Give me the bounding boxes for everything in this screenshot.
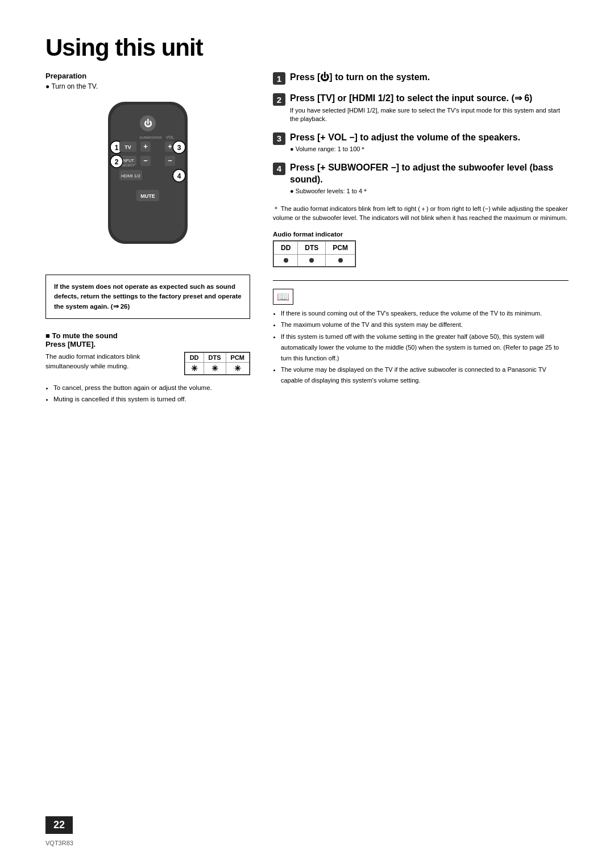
step-1-num: 1 bbox=[273, 72, 285, 85]
mute-title: ■ To mute the soundPress [MUTE]. bbox=[45, 331, 250, 348]
audio-dd-label: DD bbox=[274, 241, 298, 254]
note-item-3: If this system is turned off with the vo… bbox=[281, 331, 569, 363]
svg-text:−: − bbox=[143, 156, 148, 165]
page-code: VQT3R83 bbox=[45, 840, 73, 846]
remote-illustration: ⏻ 1 TV + SUBWOOFER + VOL bbox=[45, 96, 250, 261]
mute-dts-label: DTS bbox=[204, 352, 226, 362]
step-2-title: Press [TV] or [HDMI 1/2] to select the i… bbox=[290, 93, 569, 105]
mute-desc: The audio format indicators blink simult… bbox=[45, 352, 175, 372]
svg-text:SUBWOOFER: SUBWOOFER bbox=[139, 136, 162, 139]
svg-text:2: 2 bbox=[115, 158, 119, 166]
audio-dts-dot bbox=[298, 254, 326, 266]
step-3-num: 3 bbox=[273, 132, 285, 145]
mute-bullet-1: To cancel, press the button again or adj… bbox=[53, 383, 250, 393]
audio-indicator-label: Audio format indicator bbox=[273, 231, 569, 238]
step-4-content: Press [+ SUBWOOFER −] to adjust the subw… bbox=[290, 162, 569, 196]
svg-text:MUTE: MUTE bbox=[140, 193, 155, 199]
svg-text:3: 3 bbox=[177, 144, 181, 152]
mute-bullet-2: Muting is cancelled if this system is tu… bbox=[53, 394, 250, 404]
note-box: 📖 If there is sound coming out of the TV… bbox=[273, 289, 569, 386]
step-3-content: Press [+ VOL −] to adjust the volume of … bbox=[290, 132, 569, 154]
audio-dts-label: DTS bbox=[298, 241, 326, 254]
book-icon: 📖 bbox=[273, 289, 293, 305]
step-2-num: 2 bbox=[273, 93, 285, 106]
svg-text:−: − bbox=[168, 156, 172, 165]
svg-text:+: + bbox=[168, 142, 172, 151]
mute-audio-indicator: DD DTS PCM ✳ ✳ ✳ bbox=[184, 352, 250, 377]
note-item-2: The maximum volume of the TV and this sy… bbox=[281, 319, 569, 330]
svg-text:INPUT: INPUT bbox=[122, 159, 135, 163]
page-title: Using this unit bbox=[45, 34, 569, 61]
svg-text:HDMI 1/2: HDMI 1/2 bbox=[121, 173, 140, 178]
step-3-title: Press [+ VOL −] to adjust the volume of … bbox=[290, 132, 569, 144]
mute-pcm-label: PCM bbox=[226, 352, 249, 362]
audio-dd-dot bbox=[274, 254, 298, 266]
steps-list: 1 Press [⏻] to turn on the system. 2 Pre… bbox=[273, 72, 569, 196]
step-1: 1 Press [⏻] to turn on the system. bbox=[273, 72, 569, 85]
svg-text:1: 1 bbox=[115, 144, 119, 152]
section-divider bbox=[273, 280, 569, 281]
step-4: 4 Press [+ SUBWOOFER −] to adjust the su… bbox=[273, 162, 569, 196]
step-3-note: ● Volume range: 1 to 100＊ bbox=[290, 145, 569, 153]
step-2-note: If you have selected [HDMI 1/2], make su… bbox=[290, 106, 569, 124]
svg-text:TV: TV bbox=[125, 144, 131, 150]
step-1-content: Press [⏻] to turn on the system. bbox=[290, 72, 569, 84]
mute-dts-blink: ✳ bbox=[204, 362, 226, 374]
step-3: 3 Press [+ VOL −] to adjust the volume o… bbox=[273, 132, 569, 154]
svg-text:VOL: VOL bbox=[166, 135, 174, 139]
audio-pcm-dot bbox=[326, 254, 355, 266]
audio-indicator-table: DD DTS PCM bbox=[273, 240, 356, 267]
note-item-4: The volume may be displayed on the TV if… bbox=[281, 364, 569, 385]
mute-pcm-blink: ✳ bbox=[226, 362, 249, 374]
note-items: If there is sound coming out of the TV's… bbox=[273, 308, 569, 386]
svg-text:⏻: ⏻ bbox=[144, 119, 152, 128]
mute-section: ■ To mute the soundPress [MUTE]. The aud… bbox=[45, 331, 250, 405]
warning-box: If the system does not operate as expect… bbox=[45, 275, 250, 319]
preparation-label: Preparation bbox=[45, 72, 250, 80]
svg-text:+: + bbox=[143, 142, 148, 151]
step-4-note: ● Subwoofer levels: 1 to 4＊ bbox=[290, 187, 569, 196]
asterisk-note: ＊ The audio format indicators blink from… bbox=[273, 204, 569, 223]
step-1-title: Press [⏻] to turn on the system. bbox=[290, 72, 569, 84]
step-2: 2 Press [TV] or [HDMI 1/2] to select the… bbox=[273, 93, 569, 124]
svg-text:SELECT: SELECT bbox=[121, 164, 135, 167]
svg-text:4: 4 bbox=[177, 172, 181, 180]
audio-pcm-label: PCM bbox=[326, 241, 355, 254]
mute-dd-label: DD bbox=[185, 352, 204, 362]
step-2-content: Press [TV] or [HDMI 1/2] to select the i… bbox=[290, 93, 569, 124]
step-4-title: Press [+ SUBWOOFER −] to adjust the subw… bbox=[290, 162, 569, 186]
note-item-1: If there is sound coming out of the TV's… bbox=[281, 308, 569, 319]
mute-dd-blink: ✳ bbox=[185, 362, 204, 374]
page-number: 22 bbox=[45, 816, 73, 834]
step-4-num: 4 bbox=[273, 163, 285, 175]
mute-bullets: To cancel, press the button again or adj… bbox=[45, 383, 250, 405]
preparation-text: ● Turn on the TV. bbox=[45, 82, 250, 90]
